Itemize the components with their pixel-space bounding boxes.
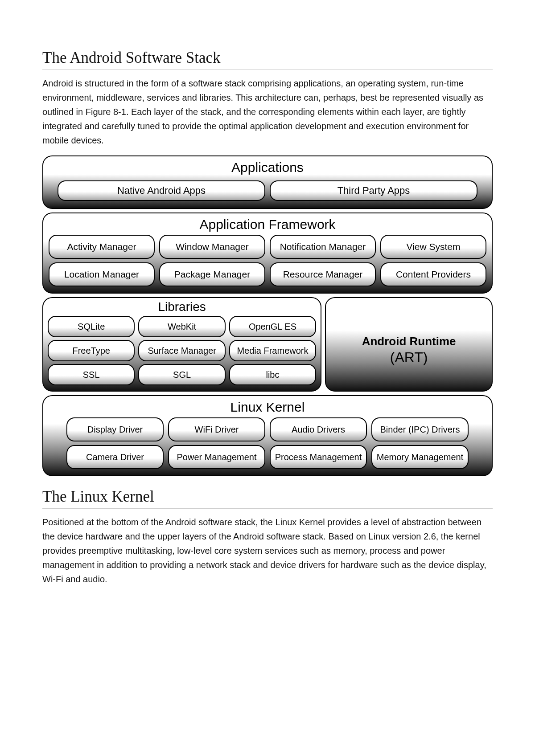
pill-sqlite: SQLite [48, 316, 135, 337]
heading-android-stack: The Android Software Stack [42, 49, 493, 70]
pill-third-party-apps: Third Party Apps [270, 180, 477, 201]
heading-linux-kernel: The Linux Kernel [42, 488, 493, 509]
box-libraries: Libraries SQLite WebKit OpenGL ES FreeTy… [42, 297, 321, 392]
pill-wifi-driver: WiFi Driver [168, 417, 265, 441]
pill-window-manager: Window Manager [159, 235, 265, 259]
layer-framework: Application Framework Activity Manager W… [42, 212, 493, 294]
pill-power-management: Power Management [168, 445, 265, 469]
pill-opengl-es: OpenGL ES [229, 316, 316, 337]
box-android-runtime: Android Runtime (ART) [325, 297, 493, 392]
document-page: The Android Software Stack Android is st… [0, 0, 535, 630]
pill-memory-management: Memory Management [371, 445, 469, 469]
pill-freetype: FreeType [48, 340, 135, 361]
pill-display-driver: Display Driver [66, 417, 164, 441]
pill-content-providers: Content Providers [380, 262, 486, 286]
layer-title-libraries: Libraries [48, 300, 316, 314]
runtime-line2: (ART) [390, 349, 428, 366]
pill-media-framework: Media Framework [229, 340, 316, 361]
pill-libc: libc [229, 364, 316, 385]
layer-title-kernel: Linux Kernel [49, 400, 486, 415]
layer-title-applications: Applications [49, 160, 486, 175]
pill-surface-manager: Surface Manager [138, 340, 225, 361]
layer-title-framework: Application Framework [49, 217, 486, 232]
intro-paragraph: Android is structured in the form of a s… [42, 76, 493, 147]
pill-webkit: WebKit [138, 316, 225, 337]
pill-package-manager: Package Manager [159, 262, 265, 286]
pill-view-system: View System [380, 235, 486, 259]
pill-location-manager: Location Manager [49, 262, 155, 286]
pill-notification-manager: Notification Manager [270, 235, 376, 259]
architecture-diagram: Applications Native Android Apps Third P… [42, 155, 493, 476]
pill-audio-drivers: Audio Drivers [270, 417, 367, 441]
layer-applications: Applications Native Android Apps Third P… [42, 155, 493, 209]
pill-camera-driver: Camera Driver [66, 445, 164, 469]
runtime-line1: Android Runtime [362, 335, 456, 348]
pill-binder-ipc-drivers: Binder (IPC) Drivers [371, 417, 469, 441]
pill-resource-manager: Resource Manager [270, 262, 376, 286]
pill-process-management: Process Management [270, 445, 367, 469]
pill-activity-manager: Activity Manager [49, 235, 155, 259]
pill-ssl: SSL [48, 364, 135, 385]
kernel-paragraph: Positioned at the bottom of the Android … [42, 515, 493, 586]
pill-sgl: SGL [138, 364, 225, 385]
layer-kernel: Linux Kernel Display Driver WiFi Driver … [42, 395, 493, 476]
pill-native-apps: Native Android Apps [58, 180, 265, 201]
layer-libraries-runtime: Libraries SQLite WebKit OpenGL ES FreeTy… [42, 297, 493, 392]
